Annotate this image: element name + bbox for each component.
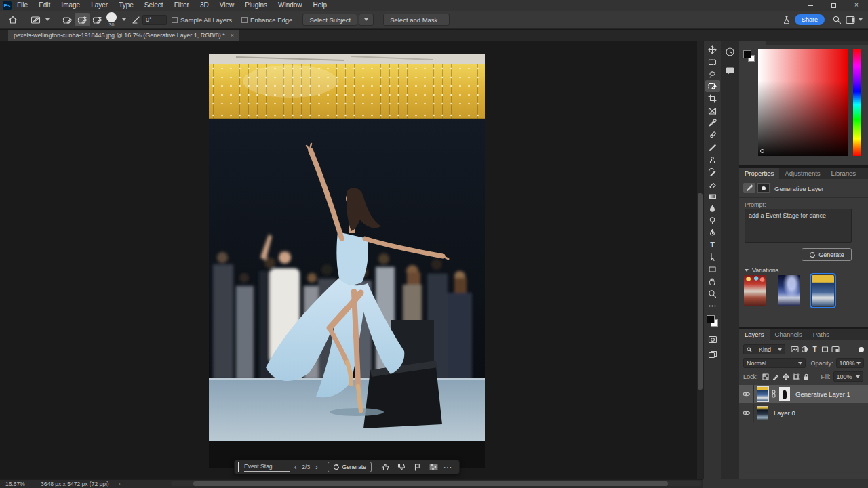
type-tool[interactable]: T xyxy=(705,239,720,251)
fill-input[interactable]: 100% xyxy=(833,371,863,382)
select-and-mask-button[interactable]: Select and Mask... xyxy=(383,14,450,26)
menu-image[interactable]: Image xyxy=(56,0,85,11)
report-button[interactable] xyxy=(410,462,426,472)
prompt-input[interactable]: Event Stag... xyxy=(244,463,290,472)
shape-tool[interactable] xyxy=(705,263,720,275)
preset-caret-icon[interactable] xyxy=(45,18,50,21)
selection-mode-new[interactable] xyxy=(60,13,75,26)
lock-all-button[interactable] xyxy=(802,372,812,382)
menu-3d[interactable]: 3D xyxy=(195,0,214,11)
workspace-icon[interactable] xyxy=(846,16,856,24)
pen-tool[interactable] xyxy=(705,226,720,239)
maximize-button[interactable] xyxy=(822,0,845,11)
taskbar-drag-handle[interactable] xyxy=(238,462,239,472)
layer-row-generative[interactable]: Generative Layer 1 xyxy=(739,385,868,403)
foreground-background-swatches[interactable] xyxy=(706,314,719,328)
eyedropper-tool[interactable] xyxy=(705,117,720,129)
history-panel-button[interactable] xyxy=(724,45,737,58)
foreground-color-swatch[interactable] xyxy=(743,50,751,58)
edit-toolbar-button[interactable] xyxy=(705,300,720,312)
clone-stamp-tool[interactable] xyxy=(705,153,720,165)
menu-edit[interactable]: Edit xyxy=(33,0,56,11)
filter-smart-objects-button[interactable] xyxy=(830,345,840,354)
panel-fg-bg-swatches[interactable] xyxy=(743,50,757,64)
document-image[interactable] xyxy=(209,54,485,468)
prompt-textarea[interactable]: add a Event Stage for dance xyxy=(745,209,852,243)
crop-tool[interactable] xyxy=(705,92,720,104)
foreground-color-swatch[interactable] xyxy=(707,315,715,323)
beta-flask-icon[interactable] xyxy=(782,15,791,24)
menu-window[interactable]: Window xyxy=(273,0,308,11)
photoshop-logo-icon[interactable]: Ps xyxy=(3,1,12,10)
search-icon[interactable] xyxy=(832,15,842,24)
enhance-edge-checkbox[interactable]: Enhance Edge xyxy=(241,16,292,24)
marquee-tool[interactable] xyxy=(705,56,720,68)
eraser-tool[interactable] xyxy=(705,178,720,190)
menu-view[interactable]: View xyxy=(214,0,240,11)
layer-thumbnail[interactable] xyxy=(757,387,768,401)
selection-mode-add[interactable] xyxy=(75,13,90,26)
screen-mode-button[interactable] xyxy=(705,348,720,361)
lock-pixels-button[interactable] xyxy=(771,372,781,382)
tab-libraries[interactable]: Libraries xyxy=(826,168,861,179)
menu-help[interactable]: Help xyxy=(308,0,333,11)
menu-layer[interactable]: Layer xyxy=(85,0,113,11)
layer-name[interactable]: Generative Layer 1 xyxy=(795,390,850,398)
tab-properties[interactable]: Properties xyxy=(739,168,779,179)
move-tool[interactable] xyxy=(705,43,720,56)
taskbar-more-button[interactable]: ··· xyxy=(442,464,456,471)
lock-artboard-button[interactable] xyxy=(791,372,802,382)
tool-preset-picker[interactable] xyxy=(28,13,43,26)
tab-paths[interactable]: Paths xyxy=(808,329,835,340)
document-tab[interactable]: pexels-wellington-cunha-1918445.jpg @ 16… xyxy=(8,30,239,41)
brush-size-caret-icon[interactable] xyxy=(122,18,126,21)
filter-shape-layers-button[interactable] xyxy=(820,345,830,354)
opacity-input[interactable]: 100% xyxy=(836,358,864,368)
layer-visibility-toggle[interactable] xyxy=(739,404,754,422)
layer-name[interactable]: Layer 0 xyxy=(774,409,795,417)
gradient-tool[interactable] xyxy=(705,190,720,202)
share-button[interactable]: Share xyxy=(795,14,825,25)
sample-all-layers-checkbox[interactable]: Sample All Layers xyxy=(172,16,232,24)
angle-input[interactable]: 0° xyxy=(142,15,167,25)
brush-size-control[interactable]: 30 xyxy=(106,12,117,27)
blend-mode-select[interactable]: Normal xyxy=(743,358,806,368)
close-button[interactable]: × xyxy=(845,0,868,11)
filter-adjustment-layers-button[interactable] xyxy=(800,345,810,354)
home-button[interactable] xyxy=(5,13,20,26)
saturation-brightness-field[interactable] xyxy=(758,49,848,156)
brush-tool[interactable] xyxy=(705,141,720,153)
generate-button-taskbar[interactable]: Generate xyxy=(328,462,372,472)
tab-adjustments[interactable]: Adjustments xyxy=(779,168,825,179)
vertical-scrollbar-thumb[interactable] xyxy=(698,193,703,390)
next-variation-button[interactable]: › xyxy=(311,464,321,471)
color-marker[interactable] xyxy=(760,149,764,153)
selection-brush-tool[interactable] xyxy=(705,80,720,92)
canvas-area[interactable]: Event Stag... ‹ 2/3 › Generate ··· xyxy=(0,41,697,479)
quick-mask-button[interactable] xyxy=(705,333,720,346)
path-select-tool[interactable] xyxy=(705,251,720,263)
horizontal-scrollbar[interactable] xyxy=(171,481,701,486)
generate-button[interactable]: Generate xyxy=(802,248,852,261)
previous-variation-button[interactable]: ‹ xyxy=(290,464,300,471)
filter-toggle-light[interactable] xyxy=(859,347,864,352)
filter-type-layers-button[interactable]: T xyxy=(810,345,820,354)
dodge-tool[interactable] xyxy=(705,214,720,226)
hand-tool[interactable] xyxy=(705,275,720,287)
history-brush-tool[interactable] xyxy=(705,165,720,178)
rate-bad-button[interactable] xyxy=(393,462,410,472)
horizontal-scrollbar-thumb[interactable] xyxy=(193,481,668,486)
menu-plugins[interactable]: Plugins xyxy=(239,0,273,11)
lasso-tool[interactable] xyxy=(705,68,720,80)
hue-slider[interactable] xyxy=(853,49,861,156)
tab-layers[interactable]: Layers xyxy=(739,329,770,340)
variation-thumbnail-3-selected[interactable] xyxy=(812,275,834,306)
select-subject-dropdown[interactable] xyxy=(359,14,374,26)
variations-header[interactable]: Variations xyxy=(745,267,778,274)
tab-close-icon[interactable]: × xyxy=(231,32,234,39)
layer-visibility-toggle[interactable] xyxy=(739,385,754,403)
menu-select[interactable]: Select xyxy=(139,0,169,11)
rate-good-button[interactable] xyxy=(377,462,393,472)
zoom-level-field[interactable]: 16.67% xyxy=(5,481,34,487)
select-subject-button[interactable]: Select Subject xyxy=(302,14,357,26)
